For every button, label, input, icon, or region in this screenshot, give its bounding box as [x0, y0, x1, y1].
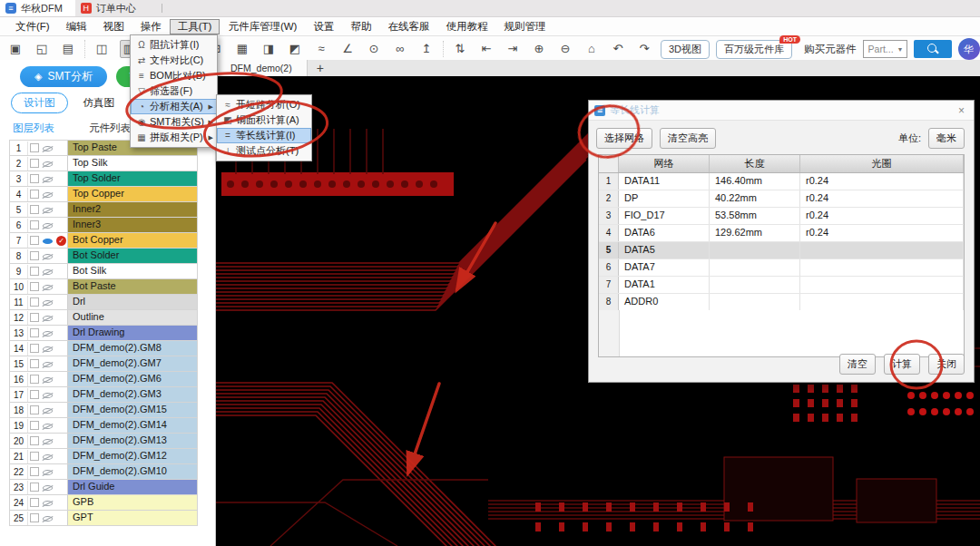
menubar-item[interactable]: 文件(F)	[7, 19, 58, 34]
layer-checkbox[interactable]	[30, 483, 39, 492]
align-left-icon[interactable]: ⇤	[478, 41, 495, 57]
eye-icon[interactable]	[42, 219, 54, 231]
layer-checkbox[interactable]	[30, 467, 39, 476]
eye-icon[interactable]	[42, 435, 54, 447]
layer-row[interactable]: 23Drl Guide	[9, 480, 198, 495]
layer-row[interactable]: 22DFM_demo(2).GM10	[9, 464, 198, 480]
layer-checkbox[interactable]	[30, 405, 39, 414]
tools-menu-item[interactable]: ◔分析相关(A)▶	[131, 99, 217, 114]
close-button[interactable]: 关闭	[928, 354, 965, 375]
tools-menu-item[interactable]: ≡BOM比对(B)	[131, 68, 217, 83]
copper-area-icon[interactable]: ◩	[287, 41, 303, 57]
clear-button[interactable]: 清空	[839, 354, 876, 375]
eye-icon[interactable]	[42, 389, 54, 401]
menubar-item[interactable]: 规则管理	[495, 19, 554, 34]
layer-row[interactable]: 19DFM_demo(2).GM14	[9, 418, 198, 434]
layer-checkbox[interactable]	[30, 390, 39, 399]
net-table-row[interactable]: 3FIO_D1753.58mmr0.24	[599, 208, 964, 225]
doc-check-icon[interactable]: ⊙	[366, 41, 382, 57]
eye-icon[interactable]	[42, 142, 54, 154]
layer-row[interactable]: 17DFM_demo(2).GM3	[9, 387, 198, 403]
net-table-row[interactable]: 2DP40.22mmr0.24	[599, 190, 964, 208]
eye-icon[interactable]	[42, 405, 54, 416]
huaqiu-logo[interactable]: 华	[958, 38, 980, 60]
eye-icon[interactable]	[42, 312, 54, 324]
layer-row[interactable]: 12Outline	[9, 310, 198, 326]
layer-row[interactable]: 13Drl Drawing	[9, 326, 198, 341]
analysis-submenu-item[interactable]: =等长线计算(I)	[217, 128, 311, 143]
layer-row[interactable]: 16DFM_demo(2).GM6	[9, 372, 198, 387]
export-up-icon[interactable]: ↥	[418, 41, 435, 57]
eye-icon[interactable]	[42, 173, 54, 185]
eye-icon[interactable]	[42, 466, 54, 478]
layer-row[interactable]: 3Top Solder	[9, 171, 198, 187]
clear-highlight-button[interactable]: 清空高亮	[660, 128, 716, 149]
menubar-item[interactable]: 帮助	[342, 19, 379, 34]
net-table-row[interactable]: 8ADDR0	[599, 294, 964, 311]
layer-row[interactable]: 14DFM_demo(2).GM8	[9, 341, 198, 356]
net-table-row[interactable]: 4DATA6129.62mmr0.24	[599, 225, 964, 242]
layer-row[interactable]: 6Inner3	[9, 218, 198, 233]
eye-icon[interactable]	[42, 281, 54, 293]
layer-checkbox[interactable]	[30, 297, 39, 307]
eye-icon[interactable]	[42, 266, 54, 278]
redo-icon[interactable]: ↷	[636, 41, 652, 57]
menubar-item[interactable]: 使用教程	[437, 19, 495, 34]
layer-row[interactable]: 11Drl	[9, 295, 198, 310]
layer-checkbox[interactable]	[30, 143, 39, 152]
eye-icon[interactable]	[42, 250, 54, 262]
analysis-submenu-item[interactable]: ≈开短路分析(O)	[217, 97, 311, 112]
eye-icon[interactable]	[42, 343, 54, 355]
save-icon[interactable]: ▣	[7, 41, 24, 57]
layer-row[interactable]: 7✓Bot Copper	[9, 233, 198, 249]
menubar-item[interactable]: 编辑	[58, 19, 95, 34]
layer-row[interactable]: 9Bot Silk	[9, 264, 198, 279]
tools-menu-item[interactable]: ▦拼版相关(P)▶	[131, 130, 217, 145]
eye-icon[interactable]	[42, 327, 54, 339]
eye-icon[interactable]	[42, 297, 54, 308]
menubar-item[interactable]: 元件库管理(W)	[220, 19, 305, 34]
layer-checkbox[interactable]	[30, 421, 39, 430]
eye-icon[interactable]	[42, 497, 54, 509]
menubar-item[interactable]: 设置	[305, 19, 342, 34]
zoom-in-icon[interactable]: ⊕	[531, 41, 547, 57]
menubar-item[interactable]: 在线客服	[379, 19, 437, 34]
tab-simulation-view[interactable]: 仿真图	[71, 93, 128, 113]
layer-row[interactable]: 20DFM_demo(2).GM13	[9, 434, 198, 449]
eye-icon[interactable]	[42, 204, 54, 216]
layer-checkbox[interactable]	[30, 375, 39, 384]
layer-checkbox[interactable]	[30, 205, 39, 214]
new-document-tab-button[interactable]: +	[308, 60, 333, 76]
app-tab-order-center[interactable]: H 订单中心	[75, 0, 149, 16]
home-view-icon[interactable]: ⌂	[583, 41, 600, 57]
layer-row[interactable]: 8Bot Solder	[9, 249, 198, 264]
layer-checkbox[interactable]	[30, 498, 39, 507]
layer-checkbox[interactable]	[30, 452, 39, 461]
layout-window-icon[interactable]: ◫	[93, 41, 110, 57]
analysis-submenu-item[interactable]: ◩铜面积计算(A)	[217, 112, 311, 128]
eye-icon[interactable]	[42, 158, 54, 170]
layer-checkbox[interactable]	[30, 190, 39, 199]
layer-checkbox[interactable]	[30, 282, 39, 291]
eye-icon[interactable]	[42, 374, 54, 385]
menubar-item[interactable]: 视图	[95, 19, 132, 34]
layer-checkbox[interactable]	[30, 328, 39, 337]
smt-analysis-button[interactable]: ◈ SMT分析	[20, 66, 107, 87]
layer-checkbox[interactable]	[30, 251, 39, 260]
tools-menu-item[interactable]: ▽筛选器(F)	[131, 83, 217, 99]
layer-row[interactable]: 4Top Copper	[9, 187, 198, 202]
layer-compare-icon[interactable]: ◨	[260, 41, 277, 57]
layer-checkbox[interactable]	[30, 174, 39, 183]
layer-checkbox[interactable]	[30, 220, 39, 229]
layer-checkbox[interactable]	[30, 267, 39, 276]
tools-menu-item[interactable]: ⇄文件对比(C)	[131, 53, 217, 68]
undo-icon[interactable]: ↶	[610, 41, 626, 57]
layer-checkbox[interactable]	[30, 236, 39, 245]
eye-icon[interactable]	[42, 189, 54, 200]
app-tab-huaqiu-dfm[interactable]: ≡ 华秋DFM	[0, 0, 75, 16]
part-search-dropdown[interactable]: Part... ▼	[863, 40, 907, 58]
net-table-row[interactable]: 7DATA1	[599, 277, 964, 294]
flip-vertical-icon[interactable]: ⇅	[452, 41, 468, 57]
eye-icon[interactable]	[42, 512, 54, 524]
layer-row[interactable]: 18DFM_demo(2).GM15	[9, 403, 198, 418]
